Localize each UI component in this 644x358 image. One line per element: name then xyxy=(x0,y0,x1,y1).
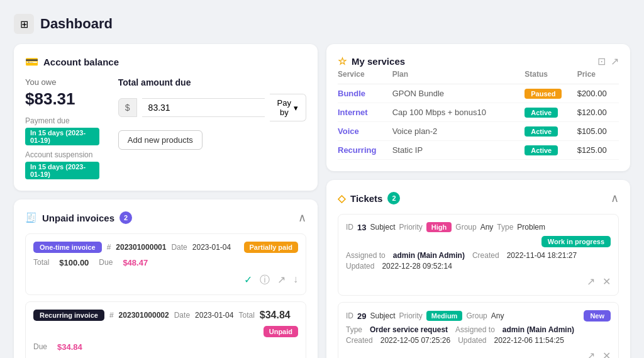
service-plan-0: GPON Bundle xyxy=(392,84,525,103)
unpaid-invoices-card: 🧾 Unpaid invoices 2 ∧ One-time invoice #… xyxy=(14,199,318,358)
account-balance-title: 💳 Account balance xyxy=(25,55,306,69)
ticket-close-icon-2[interactable]: ✕ xyxy=(602,350,611,358)
collapse-icon[interactable]: ∧ xyxy=(298,211,306,225)
invoice-item-2: Recurring invoice # 202301000002 Date 20… xyxy=(25,301,306,358)
col-status: Status xyxy=(525,67,577,84)
check-icon[interactable]: ✓ xyxy=(244,274,252,287)
invoice-number-1: 202301000001 xyxy=(116,243,166,252)
chevron-down-icon: ▾ xyxy=(294,103,298,113)
service-price-2: $105.00 xyxy=(577,122,619,141)
info-icon[interactable]: ⓘ xyxy=(260,274,270,287)
service-link-1[interactable]: Internet xyxy=(338,108,368,117)
invoice-icon: 🧾 xyxy=(25,212,37,223)
amount-input-row: $ Pay by ▾ xyxy=(118,94,306,121)
invoice-count-badge: 2 xyxy=(119,211,132,224)
tickets-title: ◇ Tickets 2 xyxy=(338,192,400,204)
col-price: Price xyxy=(577,67,619,84)
service-row-1: Internet Cap 100 Mbps + bonus10 Active $… xyxy=(338,103,619,122)
owe-amount: $83.31 xyxy=(25,89,99,109)
invoice-type-badge-1: One-time invoice xyxy=(33,242,102,253)
invoice-status-badge-1: Partially paid xyxy=(244,242,298,253)
tickets-card: ◇ Tickets 2 ∧ ID 13 Subject Priority Hig… xyxy=(326,180,630,358)
service-link-3[interactable]: Recurring xyxy=(338,145,376,155)
invoice-type-badge-2: Recurring invoice xyxy=(33,310,104,321)
owe-label: You owe xyxy=(25,77,99,87)
wallet-icon: 💳 xyxy=(25,55,38,69)
balance-row: You owe $83.31 Payment due In 15 days (2… xyxy=(25,77,306,179)
service-link-2[interactable]: Voice xyxy=(338,126,359,136)
invoice-due-1: $48.47 xyxy=(123,258,148,267)
add-products-button[interactable]: Add new products xyxy=(118,130,203,150)
ticket-assigned-2: admin (Main Admin) xyxy=(502,325,574,334)
ticket-external-icon-2[interactable]: ↗ xyxy=(587,350,595,358)
payment-due-tag: In 15 days (2023-01-19) xyxy=(25,128,99,145)
app-container: ⊞ Dashboard 💳 Account balance You owe $8… xyxy=(6,6,638,358)
ticket-id-2: 29 xyxy=(357,311,366,321)
invoice-totals-2: Due $34.84 xyxy=(33,342,298,352)
ticket-close-icon-1[interactable]: ✕ xyxy=(602,276,611,288)
ticket-status-badge-1: Work in progress xyxy=(541,236,611,247)
invoice-date-1: 2023-01-04 xyxy=(192,243,231,252)
total-amount-label: Total amount due xyxy=(118,77,306,87)
service-plan-1: Cap 100 Mbps + bonus10 xyxy=(392,103,525,122)
tickets-collapse-icon[interactable]: ∧ xyxy=(611,191,619,205)
service-status-badge-2: Active xyxy=(525,126,558,137)
service-price-1: $120.00 xyxy=(577,103,619,122)
ticket-id-1: 13 xyxy=(357,223,366,232)
ticket-row2-2: Type Order service request Assigned to a… xyxy=(346,325,611,334)
ticket-status-badge-2: New xyxy=(584,310,611,322)
invoice-actions-1: ✓ ⓘ ↗ ↓ xyxy=(33,274,298,287)
external-link-icon[interactable]: ↗ xyxy=(277,274,286,287)
invoice-due-2: $34.84 xyxy=(57,342,82,352)
service-price-3: $125.00 xyxy=(577,141,619,160)
my-services-card: ☆ My services ⊡ ↗ Service Plan Status xyxy=(326,44,630,171)
invoice-totals-1: Total $100.00 Due $48.47 xyxy=(33,258,298,267)
dollar-icon: $ xyxy=(118,98,137,117)
invoice-item-1: One-time invoice # 202301000001 Date 202… xyxy=(25,233,306,295)
balance-right: Total amount due $ Pay by ▾ Add new prod… xyxy=(118,77,306,150)
service-status-badge-0: Paused xyxy=(525,89,562,99)
download-icon[interactable]: ↓ xyxy=(293,274,298,287)
suspension-tag: In 15 days (2023-01-19) xyxy=(25,162,99,179)
ticket-icon: ◇ xyxy=(338,193,345,204)
service-plan-2: Voice plan-2 xyxy=(392,122,525,141)
ticket-external-icon-1[interactable]: ↗ xyxy=(587,276,595,288)
header: ⊞ Dashboard xyxy=(14,14,630,34)
service-status-badge-3: Active xyxy=(525,145,558,155)
services-header-row: ☆ My services ⊡ ↗ xyxy=(338,55,619,67)
ticket-updated-2: 2022-12-06 11:54:25 xyxy=(494,336,564,345)
ticket-top-2: ID 29 Subject Priority Medium Group Any … xyxy=(346,310,611,322)
invoice-header-row-2: Recurring invoice # 202301000002 Date 20… xyxy=(33,310,298,337)
service-status-badge-1: Active xyxy=(525,108,558,118)
services-table: Service Plan Status Price Bundle GPON Bu… xyxy=(338,67,619,160)
account-balance-card: 💳 Account balance You owe $83.31 Payment… xyxy=(14,44,318,191)
external-services-icon[interactable]: ↗ xyxy=(611,55,619,67)
service-link-0[interactable]: Bundle xyxy=(338,89,365,98)
pay-by-button[interactable]: Pay by ▾ xyxy=(270,94,306,121)
service-price-0: $200.00 xyxy=(577,84,619,103)
services-header-icons: ⊡ ↗ xyxy=(597,55,619,67)
amount-input[interactable] xyxy=(142,98,265,117)
ticket-created-1: 2022-11-04 18:21:27 xyxy=(507,251,577,260)
invoice-number-2: 202301000002 xyxy=(119,311,169,320)
ticket-row3-1: Updated 2022-12-28 09:52:14 xyxy=(346,262,611,271)
ticket-assigned-1: admin (Main Admin) xyxy=(393,251,465,260)
ticket-top-1: ID 13 Subject Priority High Group Any Ty… xyxy=(346,222,611,247)
main-grid: 💳 Account balance You owe $83.31 Payment… xyxy=(14,44,630,358)
service-row-3: Recurring Static IP Active $125.00 xyxy=(338,141,619,160)
payment-due-label: Payment due xyxy=(25,116,99,125)
invoices-section-header: 🧾 Unpaid invoices 2 ∧ xyxy=(25,211,306,225)
suspension-label: Account suspension xyxy=(25,150,99,159)
ticket-actions-1: ↗ ✕ xyxy=(346,276,611,288)
service-plan-3: Static IP xyxy=(392,141,525,160)
resize-icon[interactable]: ⊡ xyxy=(597,55,606,67)
ticket-item-1: ID 13 Subject Priority High Group Any Ty… xyxy=(338,214,619,296)
tickets-count-badge: 2 xyxy=(387,192,400,204)
ticket-item-2: ID 29 Subject Priority Medium Group Any … xyxy=(338,302,619,358)
ticket-row2-1: Assigned to admin (Main Admin) Created 2… xyxy=(346,251,611,260)
services-title: ☆ My services xyxy=(338,55,405,67)
balance-left: You owe $83.31 Payment due In 15 days (2… xyxy=(25,77,99,179)
invoice-status-badge-2: Unpaid xyxy=(264,326,298,337)
tickets-section-header: ◇ Tickets 2 ∧ xyxy=(338,191,619,205)
service-row-2: Voice Voice plan-2 Active $105.00 xyxy=(338,122,619,141)
